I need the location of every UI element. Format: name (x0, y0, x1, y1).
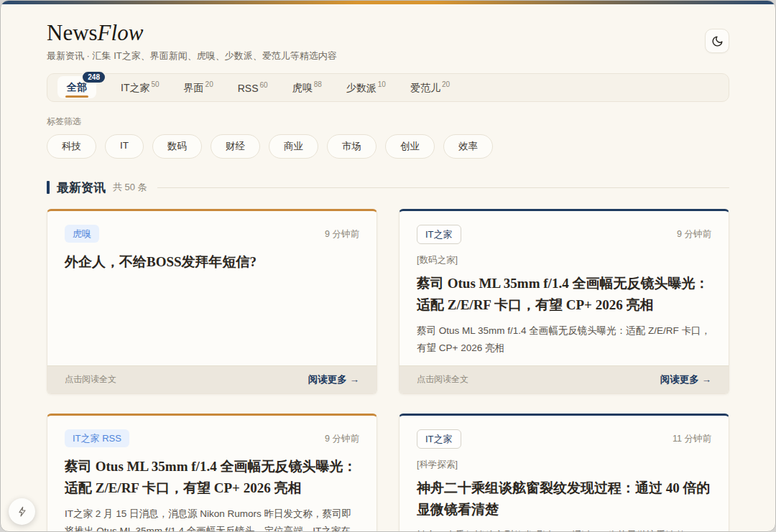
tag-filter-label: 标签筛选 (47, 116, 729, 128)
app-window: NewsFlow 最新资讯 · 汇集 IT之家、界面新闻、虎嗅、少数派、爱范儿等… (0, 0, 776, 532)
card-body: IT之家 RSS 9 分钟前 蔡司 Otus ML 35mm f/1.4 全画幅… (47, 416, 377, 532)
card-body: 虎嗅 9 分钟前 外企人，不给BOSS发拜年短信? (47, 211, 377, 365)
moon-icon (711, 35, 724, 47)
app-subtitle: 最新资讯 · 汇集 IT之家、界面新闻、虎嗅、少数派、爱范儿等精选内容 (47, 50, 337, 62)
tab-ithome[interactable]: IT之家50 (121, 80, 160, 95)
article-title[interactable]: 蔡司 Otus ML 35mm f/1.4 全画幅无反镜头曝光：适配 Z/E/R… (65, 456, 359, 498)
tab-rss[interactable]: RSS60 (238, 81, 268, 94)
tag-filter-row: 科技 IT 数码 财经 商业 市场 创业 效率 (47, 134, 729, 159)
tab-count-badge: 248 (81, 70, 106, 84)
source-badge[interactable]: 虎嗅 (65, 225, 99, 243)
source-badge[interactable]: IT之家 RSS (65, 429, 129, 448)
card-footer: 点击阅读全文 阅读更多 → (47, 365, 377, 393)
section-header: 最新资讯 共 50 条 (47, 179, 729, 196)
article-summary: 蔡司 Otus ML 35mm f/1.4 全画幅无反镜头曝光：适配 Z/E/R… (417, 322, 711, 356)
tab-count: 20 (442, 80, 450, 88)
tag-pill-finance[interactable]: 财经 (211, 134, 260, 159)
news-card[interactable]: IT之家 11 分钟前 [科学探索] 神舟二十乘组谈舷窗裂纹发现过程：通过 40… (399, 414, 729, 532)
card-head: IT之家 RSS 9 分钟前 (65, 429, 359, 448)
tab-all[interactable]: 全部 248 (57, 76, 96, 98)
tab-count: 50 (151, 80, 159, 88)
section-divider (157, 187, 729, 188)
card-body: IT之家 11 分钟前 [科学探索] 神舟二十乘组谈舷窗裂纹发现过程：通过 40… (399, 416, 729, 532)
tab-label: RSS (238, 82, 259, 93)
timestamp: 11 分钟前 (673, 429, 711, 445)
news-card[interactable]: IT之家 9 分钟前 [数码之家] 蔡司 Otus ML 35mm f/1.4 … (399, 209, 729, 394)
tab-label: 少数派 (346, 81, 377, 93)
timestamp: 9 分钟前 (325, 429, 359, 445)
quick-action-button[interactable] (9, 498, 35, 525)
tab-label: 界面 (184, 81, 204, 93)
article-title[interactable]: 神舟二十乘组谈舷窗裂纹发现过程：通过 40 倍的显微镜看清楚 (417, 477, 711, 520)
news-grid: 虎嗅 9 分钟前 外企人，不给BOSS发拜年短信? 点击阅读全文 阅读更多 → … (47, 209, 729, 532)
header: NewsFlow 最新资讯 · 汇集 IT之家、界面新闻、虎嗅、少数派、爱范儿等… (47, 4, 729, 62)
source-badge[interactable]: IT之家 (417, 225, 461, 245)
article-title[interactable]: 蔡司 Otus ML 35mm f/1.4 全画幅无反镜头曝光：适配 Z/E/R… (417, 273, 711, 315)
tab-count: 10 (378, 80, 386, 88)
source-badge[interactable]: IT之家 (417, 429, 461, 449)
tab-label: 爱范儿 (410, 81, 440, 93)
tab-huxiu[interactable]: 虎嗅88 (292, 80, 322, 95)
tag-pill-market[interactable]: 市场 (327, 134, 377, 159)
tab-ifanr[interactable]: 爱范儿20 (410, 80, 450, 95)
tag-pill-business[interactable]: 商业 (269, 134, 318, 159)
read-hint: 点击阅读全文 (65, 373, 116, 386)
article-title[interactable]: 外企人，不给BOSS发拜年短信? (65, 251, 359, 272)
tab-label: 虎嗅 (292, 81, 313, 93)
card-body: IT之家 9 分钟前 [数码之家] 蔡司 Otus ML 35mm f/1.4 … (399, 211, 729, 365)
card-head: IT之家 11 分钟前 (417, 429, 711, 449)
section-accent-bar (47, 181, 50, 194)
section-title: 最新资讯 (57, 179, 106, 196)
tab-count: 60 (260, 81, 268, 89)
logo-news: News (47, 20, 98, 45)
read-more-link[interactable]: 阅读更多 → (308, 373, 359, 386)
timestamp: 9 分钟前 (677, 225, 711, 241)
tag-pill-it[interactable]: IT (105, 134, 144, 159)
timestamp: 9 分钟前 (325, 225, 359, 241)
article-summary: 神舟二十乘组谈舷窗裂纹发现过程：通过 40 倍的显微镜看清楚 (417, 527, 711, 532)
lightning-icon (17, 506, 28, 518)
card-head: IT之家 9 分钟前 (417, 225, 711, 245)
article-summary: IT之家 2 月 15 日消息，消息源 Nikon Rumors 昨日发文称，蔡… (65, 505, 359, 532)
tab-count: 88 (314, 80, 322, 88)
tab-sspai[interactable]: 少数派10 (346, 80, 386, 95)
article-category: [科学探索] (417, 459, 711, 471)
logo-flow: Flow (98, 20, 144, 45)
read-hint: 点击阅读全文 (417, 373, 468, 386)
tab-label: IT之家 (121, 81, 149, 93)
source-tabbar: 全部 248 IT之家50 界面20 RSS60 虎嗅88 少数派10 爱范儿2… (47, 73, 729, 102)
section-count: 共 50 条 (113, 181, 147, 194)
card-head: 虎嗅 9 分钟前 (65, 225, 359, 243)
tab-jiemian[interactable]: 界面20 (184, 80, 213, 95)
news-card[interactable]: 虎嗅 9 分钟前 外企人，不给BOSS发拜年短信? 点击阅读全文 阅读更多 → (47, 209, 377, 394)
brand-block: NewsFlow 最新资讯 · 汇集 IT之家、界面新闻、虎嗅、少数派、爱范儿等… (47, 20, 337, 62)
tag-pill-efficiency[interactable]: 效率 (443, 134, 493, 159)
article-category: [数码之家] (417, 254, 711, 266)
card-footer: 点击阅读全文 阅读更多 → (399, 365, 729, 393)
tab-count: 20 (205, 80, 213, 88)
read-more-link[interactable]: 阅读更多 → (660, 373, 711, 386)
dark-mode-toggle-button[interactable] (705, 29, 729, 53)
tag-pill-tech[interactable]: 科技 (47, 134, 96, 159)
news-card[interactable]: IT之家 RSS 9 分钟前 蔡司 Otus ML 35mm f/1.4 全画幅… (47, 414, 377, 532)
tag-pill-startup[interactable]: 创业 (385, 134, 435, 159)
app-logo: NewsFlow (47, 20, 337, 46)
tag-pill-digital[interactable]: 数码 (152, 134, 202, 159)
